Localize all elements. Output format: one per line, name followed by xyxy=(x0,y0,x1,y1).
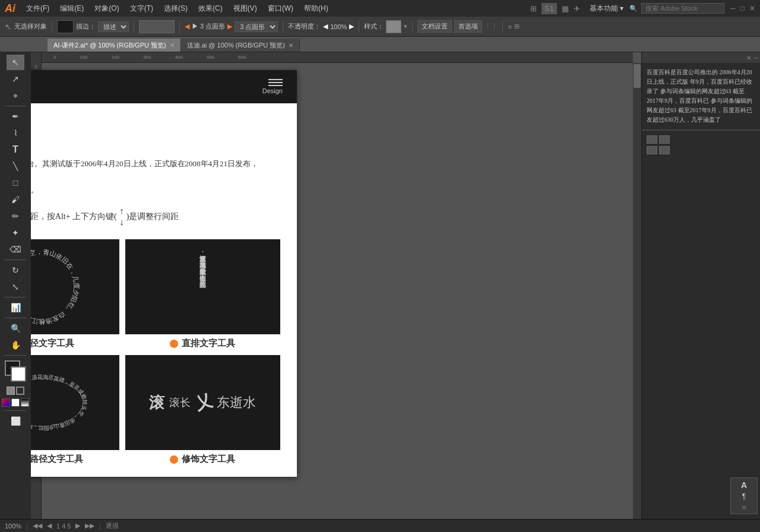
color-mode-icon[interactable] xyxy=(2,398,10,407)
close-button[interactable]: ✕ xyxy=(749,4,755,12)
line-tool[interactable]: ╲ xyxy=(7,159,24,174)
menu-effect[interactable]: 效果(C) xyxy=(194,2,227,15)
pen-tool[interactable]: ✒ xyxy=(7,109,24,124)
gradient-icon[interactable] xyxy=(21,398,29,407)
deco-char-3: 乂 xyxy=(193,390,215,416)
pencil-tool[interactable]: ✏ xyxy=(7,208,24,224)
select-tool[interactable]: ↖ xyxy=(7,55,24,70)
arrow-icon: ✈ xyxy=(574,4,580,13)
opacity-value: 100% xyxy=(330,23,347,30)
stroke-dropdown[interactable]: 描述 xyxy=(98,21,129,32)
menu-edit[interactable]: 编辑(E) xyxy=(55,2,88,15)
workspace-menu[interactable]: 基本功能 ▾ xyxy=(585,2,628,15)
panel-toggle-icon[interactable]: ≡ xyxy=(508,23,511,30)
graph-tool[interactable]: 📊 xyxy=(7,300,24,315)
menu-window[interactable]: 窗口(W) xyxy=(263,2,298,15)
char-circle: ○ xyxy=(733,503,755,511)
hamburger-menu[interactable] xyxy=(262,79,283,86)
mini-btn-1[interactable] xyxy=(647,135,657,144)
vertical-text-label: 直排文字工具 xyxy=(170,338,235,349)
arrow-down-icon: ↓ xyxy=(119,217,124,227)
stroke-color-swatch[interactable] xyxy=(57,20,74,33)
char-para: ¶ xyxy=(733,492,755,501)
right-panel: ✕ ─ 百度百科是百度公司推出的 2006年4月20日上线，正式版 年9月，百度… xyxy=(641,52,760,532)
color-mode-buttons xyxy=(2,398,29,407)
document-canvas: Ð 逆迪文化 Design 第11课 文字工具(T) 快捷键 T xyxy=(31,70,297,477)
style-swatch[interactable] xyxy=(386,20,401,33)
menu-object[interactable]: 对象(O) xyxy=(90,2,124,15)
menu-bar: Ai 文件(F) 编辑(E) 对象(O) 文字(T) 选择(S) 效果(C) 视… xyxy=(0,0,760,17)
vertical-path-demo: 滚滚长江东逝水，浪花淘尽英雄，是非成败转头空，依旧青山夕阳红，白发渔樵江渚 直排… xyxy=(31,355,119,465)
arrow-up-icon: ↑ xyxy=(119,206,124,217)
style-dropdown-icon[interactable]: ▾ xyxy=(404,23,407,30)
vertical-arrows: ↑ ↓ xyxy=(119,206,124,227)
direct-select-tool[interactable]: ↗ xyxy=(7,71,24,87)
point-dropdown[interactable]: 3 点圆形 xyxy=(235,21,278,32)
tab-ai-course[interactable]: AI-课件2.ai* @ 100% (RGB/GPU 预览) ✕ xyxy=(48,39,181,52)
menu-help[interactable]: 帮助(H) xyxy=(299,2,333,15)
vertical-text-demo: 滚滚长江东逝水，浪花淘尽英雄。是非成败转头空，青山依旧在，几度夕阳红。 直排文字… xyxy=(125,239,280,349)
decorate-text-demo: 滚 滚长 乂 东逝水 修饰文字工具 xyxy=(125,355,280,465)
type-tool[interactable]: T xyxy=(7,142,24,157)
menu-text[interactable]: 文字(T) xyxy=(125,2,158,15)
menu-view[interactable]: 视图(V) xyxy=(229,2,262,15)
menu-file[interactable]: 文件(F) xyxy=(21,2,54,15)
prev-icon[interactable]: ◀ xyxy=(47,522,52,530)
vertical-scrollbar[interactable] xyxy=(633,63,641,524)
mini-btn-4[interactable] xyxy=(659,146,670,154)
stroke-toggle[interactable] xyxy=(16,387,24,395)
prev-page-icon[interactable]: ◀◀ xyxy=(33,522,42,530)
char-A: A xyxy=(733,480,755,490)
align-icon[interactable]: ⊞ xyxy=(514,23,520,30)
hand-tool[interactable]: ✋ xyxy=(7,337,24,353)
artboard-tool[interactable]: ⬜ xyxy=(7,413,24,429)
mini-btn-3[interactable] xyxy=(647,146,657,154)
lasso-tool[interactable]: ⌖ xyxy=(7,88,24,103)
tip-suffix: )是调整行间距 xyxy=(126,211,179,222)
scroll-thumb[interactable] xyxy=(634,64,641,88)
next-page-icon[interactable]: ▶▶ xyxy=(85,522,94,530)
tab-close-0[interactable]: ✕ xyxy=(170,42,175,49)
panel-options-icon[interactable]: ─ xyxy=(753,55,758,61)
more-options-icon[interactable]: ⋮⋮ xyxy=(484,23,498,30)
minimize-button[interactable]: ─ xyxy=(730,4,736,12)
search-input[interactable] xyxy=(641,3,724,14)
vertical-text-visual: 滚滚长江东逝水，浪花淘尽英雄。是非成败转头空，青山依旧在，几度夕阳红。 xyxy=(125,239,280,334)
color-swatches[interactable] xyxy=(5,360,26,382)
shaper-tool[interactable]: ✦ xyxy=(7,225,24,240)
preferences-button[interactable]: 首选项 xyxy=(454,20,482,33)
mini-btn-2[interactable] xyxy=(659,135,670,144)
point-label: ▶ 3 点圆形 xyxy=(192,22,225,31)
menu-select[interactable]: 选择(S) xyxy=(159,2,192,15)
arrow-left-icon: ◀ xyxy=(185,23,189,30)
paintbrush-tool[interactable]: 🖌 xyxy=(7,192,24,207)
shortcut-line: 快捷键 T xyxy=(31,138,280,150)
fill-toggle[interactable] xyxy=(7,387,15,395)
workspace-label[interactable]: S1 xyxy=(542,3,557,14)
lesson-title: 第11课 文字工具(T) xyxy=(31,115,280,133)
panel-close-icon[interactable]: ✕ xyxy=(746,55,751,61)
arrange-icon: ⊞ xyxy=(530,4,537,13)
tools-panel: ↖ ↗ ⌖ ✒ ⌇ T ╲ □ 🖌 ✏ ✦ ⌫ ↻ ⤡ 📊 🔍 ✋ xyxy=(0,52,31,532)
char-panel: A ¶ ○ xyxy=(730,477,758,514)
zoom-value: 100% xyxy=(5,522,21,530)
arrow-r2-icon: ▶ xyxy=(349,23,354,30)
right-text-preview: 百度百科是百度公司推出的 2006年4月20日上线，正式版 年9月，百度百科已经… xyxy=(642,63,760,130)
shape-tool[interactable]: □ xyxy=(7,175,24,191)
next-icon[interactable]: ▶ xyxy=(75,522,80,530)
style-label: 样式： xyxy=(364,22,384,31)
mini-row-1 xyxy=(647,135,755,144)
orange-bullet-6 xyxy=(170,455,178,464)
doc-settings-button[interactable]: 文档设置 xyxy=(417,20,452,33)
curvature-tool[interactable]: ⌇ xyxy=(7,125,24,141)
scale-tool[interactable]: ⤡ xyxy=(7,279,24,294)
rotate-tool[interactable]: ↻ xyxy=(7,262,24,278)
maximize-button[interactable]: □ xyxy=(740,4,745,12)
ellipse-text: 滚滚长江东逝水，浪花淘尽英雄，是非成败转头空，依旧青山夕阳红，白发渔樵江渚 xyxy=(31,374,88,431)
tab-songdi[interactable]: 送迪.ai @ 100% (RGB/GPU 预览) ✕ xyxy=(181,39,300,52)
decorate-text-label: 修饰文字工具 xyxy=(170,454,235,465)
zoom-tool[interactable]: 🔍 xyxy=(7,321,24,336)
none-icon[interactable] xyxy=(11,398,20,407)
eraser-tool[interactable]: ⌫ xyxy=(7,242,24,257)
tab-close-1[interactable]: ✕ xyxy=(289,42,293,49)
